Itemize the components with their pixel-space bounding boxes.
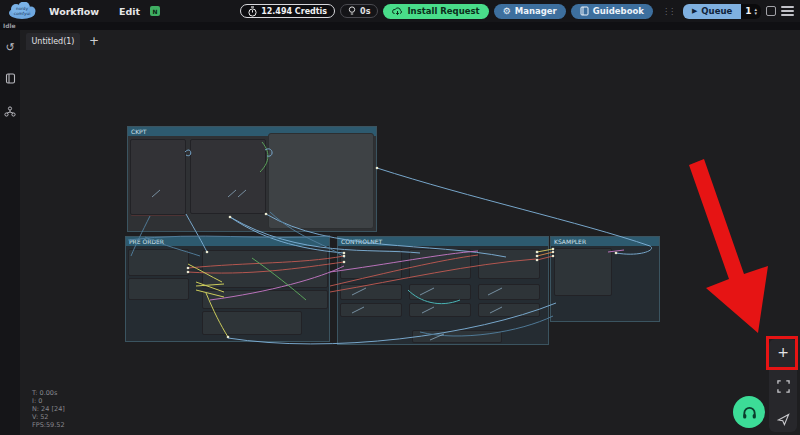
svg-text:comfyui: comfyui [14, 11, 31, 16]
add-node-button[interactable]: + [777, 345, 789, 359]
timer-pill[interactable]: 0s [340, 4, 378, 18]
stat-version: V: 52 [32, 413, 65, 421]
node-panel[interactable] [340, 303, 402, 317]
node-panel[interactable] [190, 139, 266, 214]
node-panel[interactable] [478, 284, 540, 300]
stat-nodes: N: 24 [24] [32, 405, 65, 413]
node-panel[interactable] [340, 284, 402, 300]
queue-count-stepper[interactable]: 1 ▴ ▾ [741, 4, 761, 19]
bulb-icon [348, 6, 356, 16]
gear-icon: ⚙ [503, 6, 511, 16]
assistant-button[interactable] [733, 396, 765, 428]
play-icon: ▶ [692, 7, 697, 15]
book-icon [580, 6, 589, 16]
history-icon[interactable]: ↺ [5, 42, 14, 53]
annotation-arrow [0, 0, 800, 435]
app-window: nordy comfyui Workflow Edit N 12.494 Cre… [0, 0, 800, 435]
node-panel[interactable] [202, 250, 328, 288]
interrupt-button[interactable] [766, 6, 776, 16]
menu-edit[interactable]: Edit [109, 6, 150, 17]
guidebook-label: Guidebook [593, 6, 644, 16]
node-panel[interactable] [202, 311, 302, 335]
perf-stats: T: 0.00s I: 0 N: 24 [24] V: 52 FPS:59.52 [32, 389, 65, 429]
select-cursor-icon[interactable] [777, 413, 790, 426]
credits-pill[interactable]: 12.494 Credtis [240, 4, 335, 18]
stat-iterations: I: 0 [32, 397, 65, 405]
node-panel[interactable] [478, 249, 540, 279]
status-strip [0, 22, 800, 30]
node-panel[interactable] [130, 139, 186, 215]
queue-button[interactable]: ▶ Queue [683, 4, 741, 19]
node-panel[interactable] [340, 249, 402, 279]
node-panel[interactable] [128, 249, 189, 276]
queue-count-value: 1 [745, 6, 751, 16]
workflow-tree-icon[interactable] [4, 106, 16, 119]
app-logo[interactable]: nordy comfyui [5, 2, 39, 21]
manager-label: Manager [515, 6, 557, 16]
left-sidebar: ↺ [0, 30, 20, 435]
queue-drag-handle[interactable]: ⋮⋮ [662, 8, 674, 15]
top-menubar: nordy comfyui Workflow Edit N 12.494 Cre… [0, 0, 800, 22]
stat-time: T: 0.00s [32, 389, 65, 397]
note-panel[interactable] [268, 133, 374, 229]
group-title: CONTROLNET [338, 237, 548, 246]
install-request-label: Install Request [407, 6, 479, 16]
add-tab-button[interactable]: + [89, 34, 99, 48]
node-panel[interactable] [478, 303, 540, 317]
cloud-download-icon [392, 7, 403, 16]
timer-label: 0s [360, 7, 370, 16]
guidebook-button[interactable]: Guidebook [571, 4, 653, 19]
node-panel[interactable] [554, 248, 612, 296]
manager-button[interactable]: ⚙ Manager [494, 4, 566, 19]
credits-label: 12.494 Credtis [261, 7, 327, 16]
cloud-logo-icon: nordy comfyui [6, 2, 38, 20]
stopwatch-icon [248, 6, 257, 17]
status-idle-label: Idle [3, 22, 16, 29]
node-panel[interactable] [409, 284, 471, 300]
fit-view-icon[interactable] [777, 380, 790, 393]
headphones-icon [741, 405, 758, 420]
workflow-tab[interactable]: Untitled(1) [26, 33, 80, 50]
canvas-toolbar: + [769, 339, 797, 432]
node-panel[interactable] [412, 330, 502, 343]
group-title: KSAMPLER [551, 237, 659, 246]
group-title: PRE ORDER [126, 237, 329, 246]
wires-layer [0, 0, 800, 435]
node-panel[interactable] [202, 290, 328, 309]
menu-workflow[interactable]: Workflow [39, 6, 109, 17]
topbar-menu-icon[interactable] [781, 4, 794, 18]
install-request-button[interactable]: Install Request [383, 4, 488, 19]
stat-fps: FPS:59.52 [32, 421, 65, 429]
stepper-down-icon[interactable]: ▾ [754, 11, 757, 15]
node-panel[interactable] [409, 249, 471, 279]
library-icon[interactable] [5, 73, 16, 86]
beta-badge: N [150, 6, 160, 16]
node-panel[interactable] [128, 278, 189, 300]
node-panel[interactable] [409, 303, 471, 317]
queue-label: Queue [701, 6, 732, 16]
